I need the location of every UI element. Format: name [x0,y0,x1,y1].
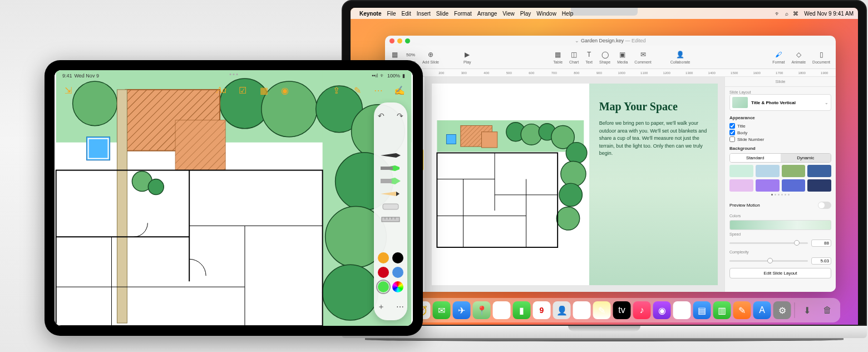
add-tool-button[interactable]: ＋ [373,299,389,315]
preview-motion-toggle[interactable] [818,202,831,209]
slide-image[interactable] [432,84,589,285]
dock-news[interactable]: N [673,301,691,319]
markup-color[interactable] [378,252,389,263]
speed-slider[interactable] [729,242,808,244]
menubar-clock[interactable]: Wed Nov 9 9:41 AM [804,11,854,17]
multitask-handle[interactable] [230,74,238,75]
complexity-slider[interactable] [729,260,808,262]
dock-podcasts[interactable]: ◉ [653,301,671,319]
markup-color[interactable] [392,267,403,278]
toolbar-play[interactable]: ▶Play [463,50,471,64]
current-slide[interactable]: Map Your Space Before we bring pen to pa… [432,84,718,285]
toolbar-comment[interactable]: ✉Comment [634,50,651,64]
camera-icon[interactable]: ◉ [278,84,292,97]
dock-reminders[interactable]: ☰ [573,301,591,319]
menu-insert[interactable]: Insert [417,11,431,17]
redo-button[interactable]: ↷ [392,108,408,124]
share-icon[interactable]: ⇪ [329,84,343,97]
toolbar-animate[interactable]: ◇Animate [791,50,806,64]
dock-messages[interactable]: ✉ [433,301,451,319]
background-swatch-6[interactable] [782,179,806,192]
dock-appstore[interactable]: A [753,301,771,319]
menu-file[interactable]: File [387,11,396,17]
background-swatch-4[interactable] [729,179,753,192]
dock-tv[interactable]: tv [613,301,631,319]
control-center-icon[interactable]: ⌘ [793,11,798,17]
colors-gradient[interactable] [729,220,831,230]
dock-photos[interactable]: ✿ [493,301,511,319]
dock-numbers[interactable]: ▥ [713,301,731,319]
window-titlebar[interactable]: ⌄ Garden Design.key — Edited [385,36,836,46]
slide-title[interactable]: Map Your Space [599,100,708,113]
eraser-tool[interactable] [379,201,402,212]
wifi-icon[interactable]: ᯤ [775,11,781,17]
markup-color[interactable] [378,281,389,292]
app-menu[interactable]: Keynote [359,11,381,17]
toolbar-chart[interactable]: ◫Chart [569,50,579,64]
menu-help[interactable]: Help [562,11,574,17]
background-swatch-7[interactable] [807,179,831,192]
toolbar-collaborate[interactable]: 👤Collaborate [670,50,691,64]
markup-color[interactable] [392,252,403,263]
dock-mail[interactable]: ✈ [453,301,471,319]
toolbar-document[interactable]: ▯Document [812,50,830,64]
background-swatch-2[interactable] [782,165,806,177]
menu-edit[interactable]: Edit [402,11,411,17]
checklist-icon[interactable]: ☑ [236,84,249,97]
seg-standard[interactable]: Standard [730,154,781,162]
edit-slide-layout-button[interactable]: Edit Slide Layout [729,268,831,278]
menu-view[interactable]: View [502,11,515,17]
pen-tool[interactable] [379,150,402,161]
fullscreen-button[interactable] [405,38,410,43]
marker-tool[interactable] [379,163,402,174]
markup-color[interactable] [392,281,403,292]
more-icon[interactable]: ⋯ [372,84,385,97]
background-swatch-3[interactable] [807,165,831,177]
slide-body[interactable]: Before we bring pen to paper, we'll walk… [599,120,708,158]
slide-layout-picker[interactable]: Title & Photo Vertical ⌄ [729,94,831,111]
speed-value[interactable]: 88 [811,239,831,247]
menu-slide[interactable]: Slide [436,11,448,17]
check-body[interactable]: Body [729,129,831,136]
minimize-button[interactable] [397,38,402,43]
toolbar-text[interactable]: TText [585,50,593,64]
menu-window[interactable]: Window [536,11,556,17]
toolbar-table[interactable]: ▦Table [553,50,563,64]
markup-icon[interactable]: ✎ [351,84,364,97]
check-slide-number[interactable]: Slide Number [729,136,831,143]
slide-text-panel[interactable]: Map Your Space Before we bring pen to pa… [589,84,718,285]
menu-format[interactable]: Format [454,11,472,17]
toolbar-add-slide[interactable]: ⊕Add Slide [422,50,439,64]
dock-pages[interactable]: ✎ [733,301,751,319]
dock-notes[interactable]: ✎ [593,301,611,319]
pencil-tool[interactable] [379,188,402,199]
dock-keynote[interactable]: ▤ [693,301,711,319]
background-mode-toggle[interactable]: Standard Dynamic [729,153,831,163]
check-title[interactable]: Title [729,123,831,129]
spotlight-icon[interactable]: ⌕ [785,11,788,17]
palette-more-button[interactable]: ⋯ [392,299,408,315]
dock-trash[interactable]: 🗑 [818,301,836,319]
markup-color[interactable] [378,267,389,278]
complexity-value[interactable]: 5.03 [811,257,831,265]
dock-calendar[interactable]: 9 [533,301,551,319]
menu-arrange[interactable]: Arrange [477,11,497,17]
collapse-icon[interactable]: ⇲ [61,84,75,97]
dock-contacts[interactable]: 👤 [553,301,571,319]
background-swatch-5[interactable] [756,179,780,192]
toolbar-media[interactable]: ▣Media [617,50,628,64]
ruler-tool[interactable] [379,214,402,225]
background-swatch-1[interactable] [756,165,780,177]
dock-music[interactable]: ♪ [633,301,651,319]
table-icon[interactable]: ▦ [257,84,270,97]
text-style-button[interactable]: Aa [215,84,228,97]
slide-canvas[interactable]: Map Your Space Before we bring pen to pa… [425,77,724,292]
swatch-pager[interactable] [729,194,831,195]
highlighter-tool[interactable] [379,175,402,187]
dock-downloads[interactable]: ⬇ [798,301,816,319]
dock-maps[interactable]: 📍 [473,301,491,319]
toolbar-format[interactable]: 🖌Format [772,50,785,64]
notes-canvas[interactable] [55,70,413,326]
seg-dynamic[interactable]: Dynamic [781,154,831,162]
dock-settings[interactable]: ⚙ [773,301,791,319]
